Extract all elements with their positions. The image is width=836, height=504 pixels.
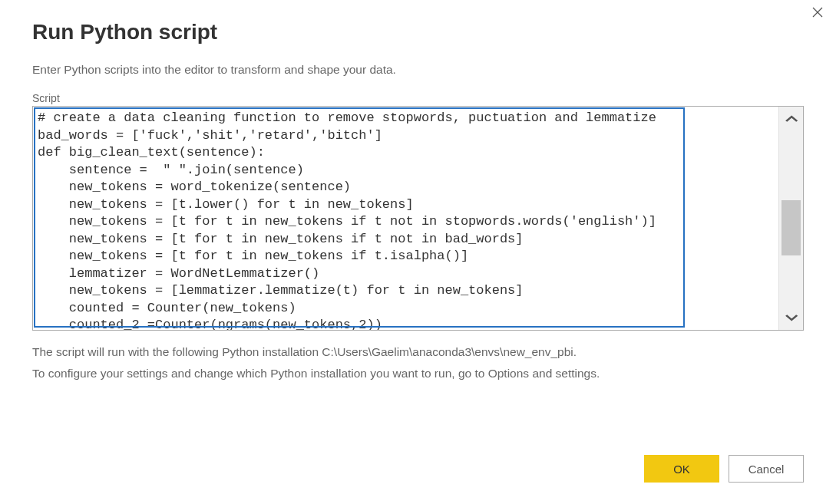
dialog-subtitle: Enter Python scripts into the editor to … xyxy=(32,63,836,77)
vertical-scrollbar[interactable] xyxy=(778,107,803,330)
close-icon[interactable] xyxy=(808,3,827,21)
scroll-track[interactable] xyxy=(779,131,803,305)
cancel-button[interactable]: Cancel xyxy=(729,455,804,483)
footer-line-1: The script will run with the following P… xyxy=(32,341,836,363)
script-label: Script xyxy=(32,92,836,104)
scroll-down-icon[interactable] xyxy=(775,305,808,330)
script-editor-container: # create a data cleaning function to rem… xyxy=(32,106,804,331)
dialog-buttons: OK Cancel xyxy=(644,455,804,483)
dialog-title: Run Python script xyxy=(32,20,836,44)
script-editor[interactable]: # create a data cleaning function to rem… xyxy=(33,107,778,330)
scroll-thumb[interactable] xyxy=(781,200,801,255)
footer-line-2: To configure your settings and change wh… xyxy=(32,363,836,384)
scroll-up-icon[interactable] xyxy=(775,107,808,131)
script-code-text[interactable]: # create a data cleaning function to rem… xyxy=(33,107,778,330)
ok-button[interactable]: OK xyxy=(644,455,719,483)
footer-info: The script will run with the following P… xyxy=(32,341,836,384)
